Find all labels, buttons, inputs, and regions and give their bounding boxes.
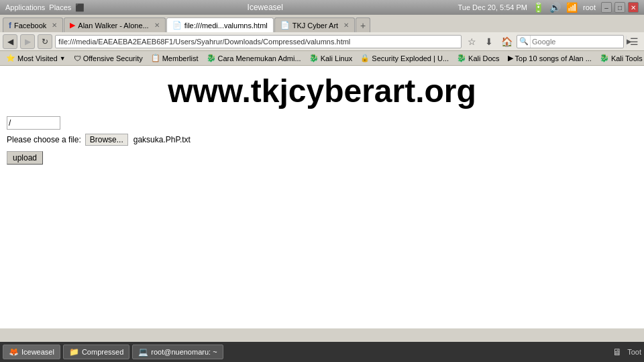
search-input[interactable] xyxy=(531,38,626,46)
kali-linux-label: Kali Linux xyxy=(321,54,353,62)
forward-button[interactable]: ▶ xyxy=(20,34,35,49)
tab-alanwalker-label: Alan Walker - Alone... xyxy=(78,21,148,30)
kali-linux-icon: 🐉 xyxy=(309,54,319,62)
close-button[interactable]: ✕ xyxy=(628,2,639,13)
network-icon: 📶 xyxy=(566,2,578,13)
page-content: www.tkjcyberart.org Please choose a file… xyxy=(0,66,644,328)
toot-label: Toot xyxy=(627,348,641,356)
path-input[interactable] xyxy=(7,116,60,130)
upload-button[interactable]: upload xyxy=(7,151,43,165)
iceweasel-taskbar-icon: 🦊 xyxy=(9,347,19,357)
memberlist-label: Memberlist xyxy=(162,54,199,62)
bookmark-top10[interactable]: ▶ Top 10 songs of Alan ... xyxy=(504,53,595,63)
taskbar-display-icon[interactable]: 🖥 xyxy=(610,345,625,359)
youtube-tab-icon: ▶ xyxy=(70,21,75,30)
file-label: Please choose a file: xyxy=(7,135,81,144)
address-input[interactable] xyxy=(55,35,462,48)
taskbar-terminal[interactable]: 💻 root@nuenomaru: ~ xyxy=(132,345,223,359)
iceweasel-taskbar-label: Iceweasel xyxy=(21,348,54,356)
kali-tools-icon: 🐉 xyxy=(600,54,609,62)
taskbar: 🦊 Iceweasel 📁 Compressed 💻 root@nuenomar… xyxy=(0,342,644,362)
most-visited-arrow: ▼ xyxy=(60,55,66,62)
home-button[interactable]: 🏠 xyxy=(499,34,514,49)
tab-tkj-label: TKJ Cyber Art xyxy=(292,21,338,30)
tab-facebook-close[interactable]: ✕ xyxy=(52,21,57,29)
tab-facebook[interactable]: f Facebook ✕ xyxy=(3,17,63,32)
bookmark-most-visited[interactable]: ⭐ Most Visited ▼ xyxy=(3,53,69,63)
terminal-taskbar-icon: 💻 xyxy=(138,347,148,357)
bookmark-kali-tools[interactable]: 🐉 Kali Tools xyxy=(596,53,644,63)
bookmark-offensive-security[interactable]: 🛡 Offensive Security xyxy=(70,54,146,63)
kali-docs-label: Kali Docs xyxy=(468,54,499,62)
addressbar: ◀ ▶ ↻ ☆ ⬇ 🏠 🔍 ▶ ☰ xyxy=(0,32,644,51)
facebook-tab-icon: f xyxy=(9,21,11,30)
titlebar: Applications Places ⬛ Iceweasel Tue Dec … xyxy=(0,0,644,15)
tab-alanwalker-close[interactable]: ✕ xyxy=(154,21,160,29)
tab-valumns-close[interactable]: ✕ xyxy=(273,21,274,29)
offensive-security-label: Offensive Security xyxy=(83,54,143,62)
path-row xyxy=(7,116,637,130)
browse-button[interactable]: Browse... xyxy=(85,134,128,146)
bookmark-star-button[interactable]: ☆ xyxy=(464,34,479,49)
file-upload-row: Please choose a file: Browse... gaksuka.… xyxy=(7,134,637,146)
clock: Tue Dec 20, 5:54 PM xyxy=(458,3,527,11)
taskbar-iceweasel[interactable]: 🦊 Iceweasel xyxy=(3,345,60,359)
tab-alanwalker[interactable]: ▶ Alan Walker - Alone... ✕ xyxy=(64,17,165,32)
search-container: 🔍 ▶ xyxy=(517,35,624,48)
kali-docs-icon: 🐉 xyxy=(457,54,466,62)
download-button[interactable]: ⬇ xyxy=(482,34,496,49)
cara-label: Cara Menemukan Admi... xyxy=(218,54,301,62)
bookmarks-bar: ⭐ Most Visited ▼ 🛡 Offensive Security 📋 … xyxy=(0,51,644,66)
minimize-button[interactable]: – xyxy=(601,2,612,13)
terminal-taskbar-label: root@nuenomaru: ~ xyxy=(151,348,217,356)
tabs-bar: f Facebook ✕ ▶ Alan Walker - Alone... ✕ … xyxy=(0,15,644,32)
page-tab-icon: 📄 xyxy=(172,21,182,30)
window-title: Iceweasel xyxy=(72,3,458,12)
taskbar-right: 🖥 Toot xyxy=(610,345,641,359)
volume-icon: 🔊 xyxy=(549,2,561,13)
maximize-button[interactable]: □ xyxy=(614,2,625,13)
bookmark-kali-linux[interactable]: 🐉 Kali Linux xyxy=(306,53,356,63)
back-button[interactable]: ◀ xyxy=(3,34,17,49)
top10-label: Top 10 songs of Alan ... xyxy=(515,54,592,62)
search-engine-icon[interactable]: 🔍 xyxy=(517,36,531,48)
top10-icon: ▶ xyxy=(508,54,513,62)
security-exploded-label: Security Exploded | U... xyxy=(372,54,449,62)
compressed-taskbar-icon: 📁 xyxy=(69,347,79,357)
filename-display: gaksuka.PhP.txt xyxy=(133,135,191,144)
user-icon: root xyxy=(583,3,596,11)
tab-tkj-close[interactable]: ✕ xyxy=(343,21,349,29)
taskbar-compressed[interactable]: 📁 Compressed xyxy=(63,345,129,359)
new-tab-button[interactable]: + xyxy=(356,17,370,32)
tab-valumns-label: file:///medi...valumns.html xyxy=(184,21,268,30)
kali-tools-label: Kali Tools xyxy=(611,54,643,62)
compressed-taskbar-label: Compressed xyxy=(82,348,123,356)
security-exploded-icon: 🔒 xyxy=(360,54,370,62)
browser-menu-button[interactable]: ☰ xyxy=(627,34,641,49)
bookmark-memberlist[interactable]: 📋 Memberlist xyxy=(148,53,202,63)
tkj-tab-icon: 📄 xyxy=(280,21,290,30)
bookmark-kali-docs[interactable]: 🐉 Kali Docs xyxy=(453,53,502,63)
bookmark-cara[interactable]: 🐉 Cara Menemukan Admi... xyxy=(203,53,305,63)
memberlist-icon: 📋 xyxy=(151,54,160,62)
battery-icon: 🔋 xyxy=(533,2,544,13)
tab-valumns[interactable]: 📄 file:///medi...valumns.html ✕ xyxy=(166,17,274,32)
places-menu[interactable]: Places xyxy=(49,3,71,11)
tab-tkj[interactable]: 📄 TKJ Cyber Art ✕ xyxy=(274,17,355,32)
bookmark-security-exploded[interactable]: 🔒 Security Exploded | U... xyxy=(357,53,452,63)
page-title: www.tkjcyberart.org xyxy=(7,73,637,109)
reload-button[interactable]: ↻ xyxy=(38,34,52,49)
tab-facebook-label: Facebook xyxy=(14,21,46,30)
apps-menu[interactable]: Applications xyxy=(5,3,45,11)
most-visited-label: Most Visited xyxy=(17,54,58,62)
offensive-security-icon: 🛡 xyxy=(74,54,81,62)
most-visited-icon: ⭐ xyxy=(6,54,15,62)
cara-icon: 🐉 xyxy=(207,54,216,62)
